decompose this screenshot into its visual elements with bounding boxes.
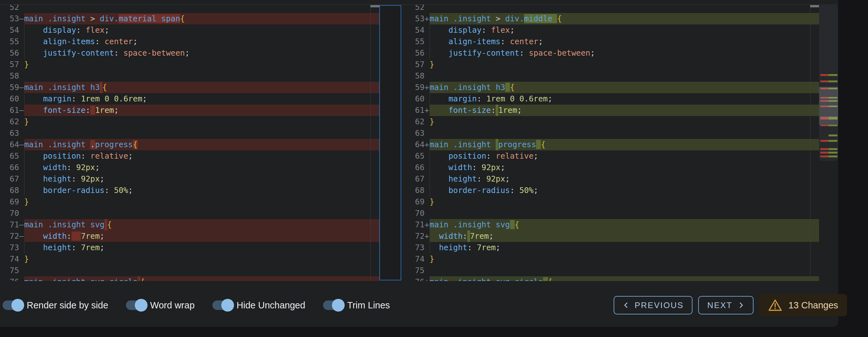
code-token	[515, 94, 520, 103]
code-token	[505, 83, 510, 92]
toggle-track[interactable]	[126, 301, 145, 310]
toggle-track[interactable]	[323, 301, 342, 310]
toggle-knob[interactable]	[135, 299, 148, 312]
code-line-left-72: 72– width: 7rem;	[0, 231, 379, 242]
code-token: :	[114, 48, 123, 58]
code-token: {	[180, 14, 185, 23]
line-number: 62	[401, 116, 425, 127]
line-content: main .insight progress {	[430, 139, 819, 150]
toggle-render-side-by-side[interactable]: Render side by side	[3, 300, 108, 311]
line-number: 62	[0, 116, 19, 127]
diff-sign	[19, 48, 24, 59]
toggle-word-wrap[interactable]: Word wrap	[126, 300, 194, 311]
right-scrollbar-thumb[interactable]	[810, 5, 819, 7]
left-scrollbar-thumb[interactable]	[370, 5, 379, 7]
left-scrollbar-track-line	[370, 5, 371, 281]
modified-editor-pane[interactable]: 5253+main .insight > div.middle {54 disp…	[401, 5, 838, 281]
code-line-right-67: 67 height: 92px;	[401, 173, 838, 185]
line-number: 64	[0, 139, 19, 150]
line-number: 55	[401, 36, 425, 48]
code-token: margin	[448, 94, 476, 103]
code-token: flex	[491, 25, 510, 35]
toggle-knob[interactable]	[332, 299, 345, 312]
code-token: main .insight	[430, 14, 496, 23]
code-line-left-71: 71–main .insight svg{	[0, 219, 379, 231]
line-content	[24, 5, 379, 13]
code-token: 7rem	[470, 232, 489, 241]
toggle-hide-unchanged[interactable]: Hide Unchanged	[212, 300, 305, 311]
line-number: 69	[401, 196, 425, 208]
code-token: ;	[100, 174, 104, 183]
diff-sign	[19, 265, 24, 276]
code-token: :	[477, 174, 487, 183]
code-token: 92px	[486, 174, 505, 183]
toggle-trim-lines[interactable]: Trim Lines	[323, 300, 390, 311]
code-token: progress	[498, 140, 536, 149]
line-content: justify-content: space-between;	[430, 48, 819, 59]
toggle-label: Trim Lines	[347, 300, 390, 311]
line-number: 65	[0, 150, 19, 162]
code-token: center	[104, 37, 133, 46]
diff-sign	[19, 36, 24, 48]
diff-overview-ruler[interactable]	[819, 5, 838, 161]
code-token: space-between	[123, 48, 185, 58]
toggle-knob[interactable]	[11, 299, 24, 312]
code-line-right-58: 58	[401, 70, 838, 82]
code-line-left-64: 64–main .insight .progress{	[0, 139, 379, 150]
diff-sash-viewport-box[interactable]	[379, 5, 401, 280]
overview-added-mark	[829, 81, 837, 82]
code-line-left-53: 53–main .insight > div.material span{	[0, 13, 379, 25]
code-token	[430, 232, 439, 241]
code-token: }	[430, 117, 434, 126]
line-content: border-radius: 50%;	[24, 185, 379, 196]
overview-added-mark	[829, 152, 837, 154]
code-line-right-69: 69}	[401, 196, 838, 208]
line-number: 60	[0, 93, 19, 104]
modified-code-lines: 5253+main .insight > div.middle {54 disp…	[401, 5, 838, 281]
code-token: :	[71, 243, 81, 252]
line-content: border-radius: 50%;	[430, 185, 819, 196]
diff-sign: +	[425, 104, 430, 116]
line-number: 75	[401, 265, 425, 276]
previous-change-button[interactable]: PREVIOUS	[614, 296, 692, 314]
line-content: main .insight svg{	[24, 219, 379, 231]
line-number: 53	[401, 13, 425, 25]
code-token: {	[140, 277, 145, 281]
code-line-left-75: 75	[0, 265, 379, 276]
diff-viewer-app: 5253–main .insight > div.material span{5…	[0, 0, 868, 337]
toggle-track[interactable]	[212, 301, 231, 310]
code-line-right-70: 70	[401, 208, 838, 219]
line-number: 66	[0, 162, 19, 173]
code-token: height	[439, 243, 467, 252]
code-token: }	[430, 197, 434, 206]
code-line-right-61: 61+ font-size:1rem;	[401, 104, 838, 116]
line-content: main .insight .progress{	[24, 139, 379, 150]
line-content: }	[24, 253, 379, 265]
code-token	[110, 94, 114, 103]
line-number: 67	[401, 173, 425, 185]
overview-viewport-indicator[interactable]	[819, 87, 838, 125]
diff-sign	[425, 162, 430, 173]
code-line-right-62: 62}	[401, 116, 838, 127]
code-token: progress	[95, 140, 133, 149]
line-number: 69	[0, 196, 19, 208]
line-number: 76	[0, 276, 19, 281]
code-token: ;	[590, 48, 595, 58]
next-change-button[interactable]: NEXT	[698, 296, 753, 314]
code-line-right-76: 76+main .insight svg circle {	[401, 276, 838, 281]
toggle-knob[interactable]	[221, 299, 234, 312]
code-line-left-55: 55 align-items: center;	[0, 36, 379, 48]
code-token: :	[86, 105, 90, 115]
line-content	[430, 5, 819, 13]
code-token	[430, 174, 448, 183]
code-token: ;	[496, 243, 500, 252]
diff-sign: –	[19, 276, 24, 281]
line-content: align-items: center;	[24, 36, 379, 48]
line-number: 63	[0, 127, 19, 139]
toggle-track[interactable]	[3, 301, 22, 310]
code-token: center	[510, 37, 538, 46]
code-token: ;	[517, 105, 522, 115]
original-editor-pane[interactable]: 5253–main .insight > div.material span{5…	[0, 5, 379, 281]
diff-sign	[425, 59, 430, 70]
code-token: ;	[100, 232, 104, 241]
